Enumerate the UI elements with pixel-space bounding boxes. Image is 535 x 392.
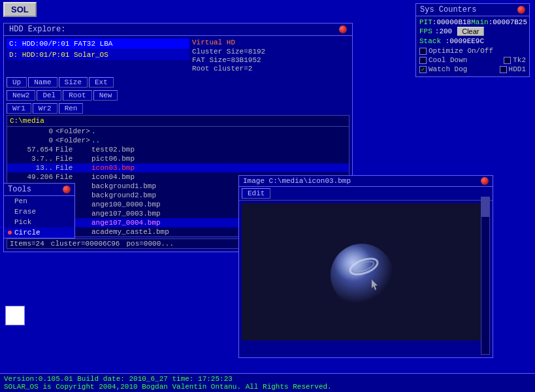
tool-item-circle[interactable]: Circle [4, 227, 74, 238]
btn-row-3: Wr1 Wr2 Ren [4, 102, 352, 115]
btn-root[interactable]: Root [63, 90, 91, 101]
optimize-label: Optimize On/Off [429, 47, 526, 55]
stack-value: :0009EE9C [446, 37, 484, 45]
btn-row-2: New2 Del Root New [4, 89, 352, 102]
svg-point-2 [331, 244, 393, 306]
tk2-label: Tk2 [513, 56, 526, 64]
file-name: icon03.bmp [91, 164, 346, 172]
btn-wr1[interactable]: Wr1 [7, 103, 31, 114]
tool-empty-dot [8, 199, 12, 203]
vhd-root-cluster: Root cluster=2 [192, 65, 349, 73]
image-viewer-title: Image C:\media\icon03.bmp [239, 176, 493, 187]
file-size: 57.654 [10, 146, 56, 154]
table-row[interactable]: 0<Folder>. [7, 127, 349, 136]
cooldown-checkbox[interactable] [419, 57, 427, 64]
tools-close-dot[interactable] [63, 186, 71, 193]
file-name: . [91, 127, 346, 135]
hdd1-label: HDD1 [509, 65, 526, 73]
hdd-explore-label: HDD Explore: [9, 25, 65, 34]
scrollbar-thumb[interactable] [481, 197, 489, 217]
btn-del[interactable]: Del [37, 90, 61, 101]
sol-button[interactable]: SOL [3, 2, 37, 17]
file-type: File [56, 155, 91, 163]
btn-ext[interactable]: Ext [89, 77, 114, 88]
color-swatch[interactable] [5, 306, 25, 325]
file-type: File [56, 173, 91, 181]
sys-counters-close-dot[interactable] [517, 6, 525, 14]
image-viewer-close-dot[interactable] [481, 177, 489, 185]
btn-ren[interactable]: Ren [59, 103, 84, 114]
table-row[interactable]: 0<Folder>.. [7, 136, 349, 145]
items-count: Items=24 [10, 240, 44, 248]
file-type: <Folder> [56, 127, 91, 135]
table-row[interactable]: 3.7..Filepict06.bmp [7, 154, 349, 163]
btn-size[interactable]: Size [59, 77, 88, 88]
tools-label: Tools [8, 185, 31, 194]
file-name: .. [91, 137, 346, 144]
cluster-pos: cluster=00006C96 [51, 240, 120, 248]
btn-new[interactable]: New [93, 90, 118, 101]
tools-list: PenErasePickCircle [4, 196, 74, 238]
file-size: 49.206 [10, 173, 56, 181]
watchdog-checkbox[interactable]: ✓ [419, 66, 427, 73]
drive-d[interactable]: D: HDD:01/P:01 Solar_OS [7, 50, 189, 60]
fps-label: FPS [419, 27, 432, 35]
hdd1-checkbox[interactable] [500, 66, 507, 73]
path-bar: C:\media [7, 116, 349, 127]
pos-value: pos=0000... [126, 240, 174, 248]
sphere-svg [323, 233, 401, 311]
optimize-checkbox[interactable] [419, 48, 427, 55]
btn-new2[interactable]: New2 [7, 90, 35, 101]
edit-button[interactable]: Edit [242, 188, 270, 199]
file-type: File [56, 164, 91, 172]
main-label: Main [471, 18, 488, 26]
tool-label: Pick [14, 218, 31, 226]
main-value: :00007B25 [489, 18, 527, 26]
tool-item-pen[interactable]: Pen [4, 196, 74, 206]
watchdog-row: ✓ Watch Dog HDD1 [419, 65, 526, 73]
cooldown-label: Cool Down [429, 56, 504, 64]
optimize-row: Optimize On/Off [419, 47, 526, 55]
sys-counters-title: Sys Counters [416, 4, 529, 16]
hdd-explore-close-dot[interactable] [339, 25, 347, 33]
stack-row: Stack :0009EE9C [419, 37, 526, 45]
table-row[interactable]: 57.654Filetest02.bmp [7, 145, 349, 154]
tool-item-pick[interactable]: Pick [4, 217, 74, 227]
version-line1: Version:0.105.01 Build date: 2010_6_27 t… [4, 375, 531, 383]
tool-label: Erase [14, 208, 36, 216]
tool-empty-dot [8, 220, 12, 224]
btn-wr2[interactable]: Wr2 [33, 103, 57, 114]
fps-value: :200 [435, 27, 452, 35]
pit-value: :00000B18 [432, 18, 471, 26]
tool-empty-dot [8, 210, 12, 214]
file-size: 0 [10, 127, 56, 135]
vhd-cluster-size: Cluster Size=8192 [192, 48, 349, 56]
table-row[interactable]: 13..Fileicon03.bmp [7, 163, 349, 172]
file-size: 0 [10, 137, 56, 144]
tool-label: Circle [14, 229, 41, 237]
drive-c[interactable]: C: HDD:00/P:01 FAT32 LBA [7, 39, 189, 49]
btn-up[interactable]: Up [7, 77, 27, 88]
sys-counters-panel: Sys Counters PIT :00000B18 Main :00007B2… [415, 3, 530, 77]
clear-button[interactable]: Clear [457, 27, 483, 36]
tools-title: Tools [4, 184, 74, 196]
sys-counters-body: PIT :00000B18 Main :00007B25 FPS :200 Cl… [416, 16, 529, 76]
file-name: pict06.bmp [91, 155, 346, 163]
fps-row: FPS :200 Clear [419, 27, 526, 36]
btn-name[interactable]: Name [28, 77, 57, 88]
scrollbar-vertical[interactable] [481, 197, 490, 355]
file-size: 13.. [10, 164, 56, 172]
file-name: test02.bmp [91, 146, 346, 154]
pit-row: PIT :00000B18 Main :00007B25 [419, 18, 526, 26]
file-size: 3.7.. [10, 155, 56, 163]
tool-label: Pen [14, 197, 27, 205]
hdd-left: C: HDD:00/P:01 FAT32 LBA D: HDD:01/P:01 … [7, 39, 189, 73]
pit-label: PIT [419, 18, 432, 26]
file-type: File [56, 146, 91, 154]
sys-counters-label: Sys Counters [420, 5, 476, 14]
tool-item-erase[interactable]: Erase [4, 206, 74, 217]
tk2-checkbox[interactable] [504, 57, 511, 64]
version-bar: Version:0.105.01 Build date: 2010_6_27 t… [0, 373, 535, 392]
image-viewer-toolbar: Edit [239, 187, 493, 201]
tool-active-dot [8, 231, 12, 235]
